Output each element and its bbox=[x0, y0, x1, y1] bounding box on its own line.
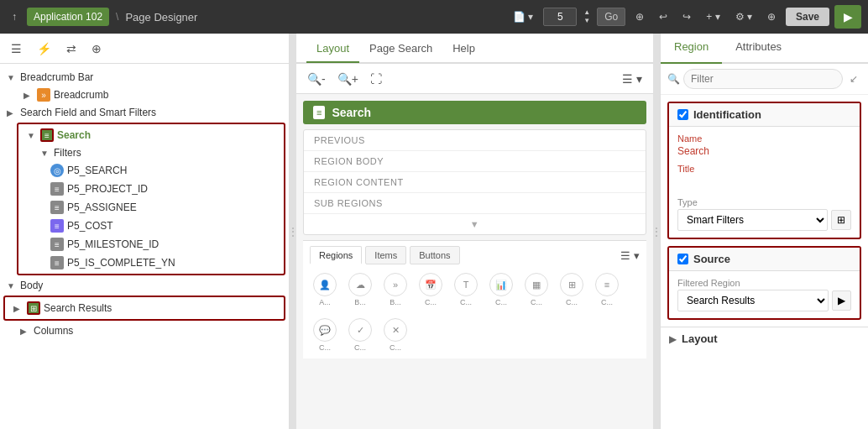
icon-cell-cloud[interactable]: ☁ B... bbox=[345, 269, 375, 310]
chevron-icon6: ▶ bbox=[20, 327, 30, 336]
bottom-menu-icon-btn[interactable]: ☰ ▾ bbox=[620, 249, 640, 262]
share-btn[interactable]: ⊕ bbox=[762, 8, 781, 26]
icon-cell-chat[interactable]: 💬 C... bbox=[310, 315, 340, 355]
p5-search-item[interactable]: ◎ P5_SEARCH bbox=[20, 161, 282, 180]
filters-item[interactable]: ▼ Filters bbox=[20, 144, 282, 161]
type-settings-btn[interactable]: ⊞ bbox=[831, 210, 851, 230]
layout-icon-btn[interactable]: ☰ bbox=[7, 39, 26, 58]
cloud-icon: ☁ bbox=[348, 273, 372, 296]
type-select[interactable]: Smart Filters bbox=[677, 209, 828, 231]
source-header[interactable]: Source bbox=[669, 248, 860, 271]
icon-cell-check[interactable]: ✓ C... bbox=[345, 315, 375, 355]
filtered-region-go-btn[interactable]: ▶ bbox=[832, 290, 851, 311]
up-arrow-btn[interactable]: ↑ bbox=[7, 8, 22, 26]
search-results-item[interactable]: ▶ ⊞ Search Results bbox=[7, 299, 282, 317]
share2-icon-btn[interactable]: ⊕ bbox=[87, 39, 106, 58]
source-title: Source bbox=[693, 253, 730, 265]
p5-milestone-item[interactable]: ≡ P5_MILESTONE_ID bbox=[20, 235, 282, 254]
center-menu-btn[interactable]: ☰ ▾ bbox=[618, 70, 646, 88]
tab-buttons-btn[interactable]: Buttons bbox=[410, 246, 459, 264]
icon-cell-chart[interactable]: 📊 C... bbox=[486, 269, 516, 310]
tab-page-search[interactable]: Page Search bbox=[359, 35, 442, 63]
check-icon: ✓ bbox=[348, 318, 372, 342]
page-up-btn[interactable]: ▲ bbox=[582, 8, 592, 17]
tab-regions-btn[interactable]: Regions bbox=[310, 246, 362, 264]
identification-checkbox[interactable] bbox=[677, 109, 688, 120]
icon-cell-calendar[interactable]: 📅 C... bbox=[416, 269, 446, 310]
identification-header[interactable]: Identification bbox=[669, 103, 860, 127]
source-checkbox[interactable] bbox=[677, 254, 688, 264]
previous-row[interactable]: PREVIOUS bbox=[304, 130, 646, 151]
page-menu-btn[interactable]: 📄 ▾ bbox=[508, 8, 538, 26]
search-results-label: Search Results bbox=[44, 302, 112, 314]
left-panel-toolbar: ☰ ⚡ ⇄ ⊕ bbox=[0, 34, 289, 64]
list-icon: ≡ bbox=[595, 273, 619, 296]
redo-btn[interactable]: ↪ bbox=[677, 8, 696, 26]
chevron-right-icon: » bbox=[384, 273, 407, 296]
lightning-icon-btn[interactable]: ⚡ bbox=[33, 39, 55, 58]
right-panel-content: Identification Name Search Title Type Sm… bbox=[661, 95, 868, 429]
p5-project-item[interactable]: ≡ P5_PROJECT_ID bbox=[20, 180, 282, 198]
p5-project-icon: ≡ bbox=[50, 182, 64, 196]
filtered-region-label: Filtered Region bbox=[677, 278, 851, 288]
app-name[interactable]: Application 102 bbox=[27, 8, 109, 26]
icon-cell-list[interactable]: ≡ C... bbox=[592, 269, 622, 310]
icon-cell-bar[interactable]: ▦ C... bbox=[521, 269, 552, 310]
tab-layout[interactable]: Layout bbox=[306, 35, 359, 63]
right-divider[interactable] bbox=[653, 34, 660, 429]
tab-help[interactable]: Help bbox=[442, 35, 485, 63]
run-button[interactable]: ▶ bbox=[834, 5, 861, 29]
p5-assignee-item[interactable]: ≡ P5_ASSIGNEE bbox=[20, 198, 282, 217]
icon-cell-person[interactable]: 👤 A... bbox=[310, 269, 340, 310]
filter-arrow-btn[interactable]: ↙ bbox=[846, 70, 861, 88]
search-field-smart-filters-item[interactable]: ▶ Search Field and Smart Filters bbox=[0, 104, 289, 121]
sub-regions-row[interactable]: SUB REGIONS bbox=[304, 193, 646, 214]
chart-icon: 📊 bbox=[489, 273, 513, 296]
chevron-down-icon2: ▼ bbox=[27, 131, 37, 140]
layout-section[interactable]: ▶ Layout bbox=[661, 327, 868, 350]
copy-btn[interactable]: ⊕ bbox=[630, 8, 649, 26]
search-region-title: Search bbox=[332, 106, 371, 119]
region-content-row[interactable]: REGION CONTENT bbox=[304, 172, 646, 193]
tab-attributes[interactable]: Attributes bbox=[722, 34, 795, 64]
body-item[interactable]: ▼ Body bbox=[0, 277, 289, 294]
p5-complete-icon: ≡ bbox=[50, 256, 64, 269]
tab-items-btn[interactable]: Items bbox=[365, 246, 406, 264]
tab-region[interactable]: Region bbox=[661, 34, 722, 64]
settings-btn[interactable]: ⚙ ▾ bbox=[730, 8, 757, 26]
zoom-in-btn[interactable]: 🔍+ bbox=[333, 70, 363, 88]
icon-cell-x[interactable]: ✕ C... bbox=[380, 315, 410, 355]
chevron-down-icon4: ▼ bbox=[7, 281, 17, 290]
icon-cell-chevron[interactable]: » B... bbox=[380, 269, 410, 310]
save-button[interactable]: Save bbox=[786, 8, 829, 26]
p5-cost-item[interactable]: ≡ P5_COST bbox=[20, 217, 282, 235]
breadcrumb-icon: » bbox=[37, 88, 50, 102]
columns-item[interactable]: ▶ Columns bbox=[0, 322, 289, 339]
add-btn[interactable]: + ▾ bbox=[701, 8, 724, 26]
p5-search-icon: ◎ bbox=[50, 164, 64, 177]
person-icon: 👤 bbox=[313, 273, 337, 296]
search-item[interactable]: ▼ ≡ Search bbox=[20, 126, 282, 144]
page-designer-label: Page Designer bbox=[125, 11, 197, 24]
icon-cell-text[interactable]: T C... bbox=[451, 269, 481, 310]
region-body-row[interactable]: REGION BODY bbox=[304, 151, 646, 172]
filter-input[interactable] bbox=[683, 69, 843, 89]
expand-row[interactable]: ▼ bbox=[304, 214, 646, 234]
left-panel-content: ▼ Breadcrumb Bar ▶ » Breadcrumb ▶ Search… bbox=[0, 64, 289, 429]
page-number-input[interactable] bbox=[543, 8, 577, 26]
left-divider[interactable] bbox=[290, 34, 296, 429]
search-results-highlighted-box: ▶ ⊞ Search Results bbox=[3, 296, 285, 321]
breadcrumb-item[interactable]: ▶ » Breadcrumb bbox=[0, 86, 289, 104]
calendar-icon: 📅 bbox=[419, 273, 442, 296]
undo-btn[interactable]: ↩ bbox=[654, 8, 672, 26]
link-icon-btn[interactable]: ⇄ bbox=[62, 39, 81, 58]
icon-cell-table[interactable]: ⊞ C... bbox=[557, 269, 587, 310]
go-button[interactable]: Go bbox=[597, 8, 625, 26]
zoom-out-btn[interactable]: 🔍- bbox=[303, 70, 330, 88]
breadcrumb-sep: \ bbox=[114, 11, 120, 23]
p5-complete-item[interactable]: ≡ P5_IS_COMPLETE_YN bbox=[20, 254, 282, 272]
breadcrumb-bar-item[interactable]: ▼ Breadcrumb Bar bbox=[0, 69, 289, 86]
filtered-region-select[interactable]: Search Results bbox=[677, 290, 829, 311]
page-down-btn[interactable]: ▼ bbox=[582, 17, 592, 25]
expand-btn[interactable]: ⛶ bbox=[366, 70, 386, 88]
